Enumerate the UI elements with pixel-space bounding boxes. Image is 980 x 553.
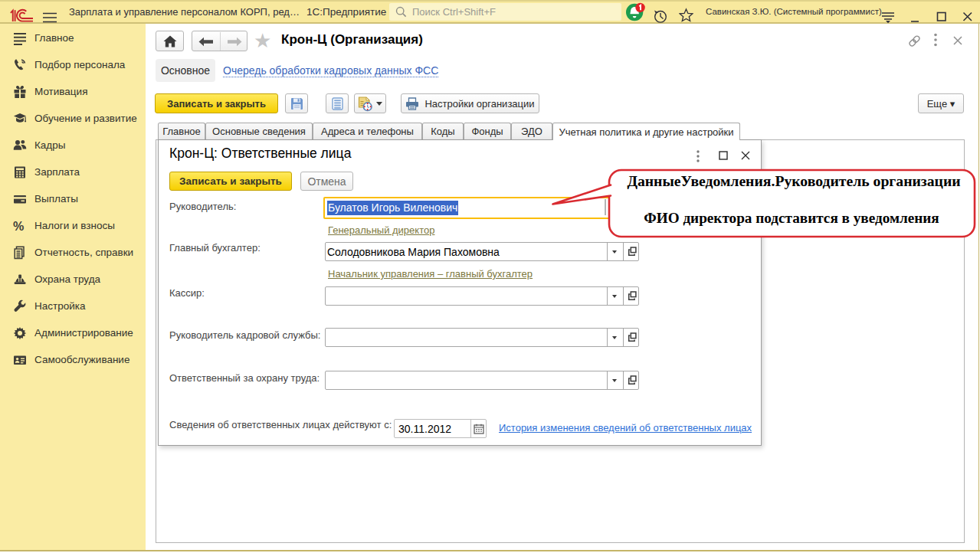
svg-text:ДанныеУведомления.Руководитель: ДанныеУведомления.Руководитель организац… [627,172,960,189]
svg-text:%: % [13,219,24,233]
svg-text:ФИО директора подставится в ув: ФИО директора подставится в уведомления [644,210,939,226]
